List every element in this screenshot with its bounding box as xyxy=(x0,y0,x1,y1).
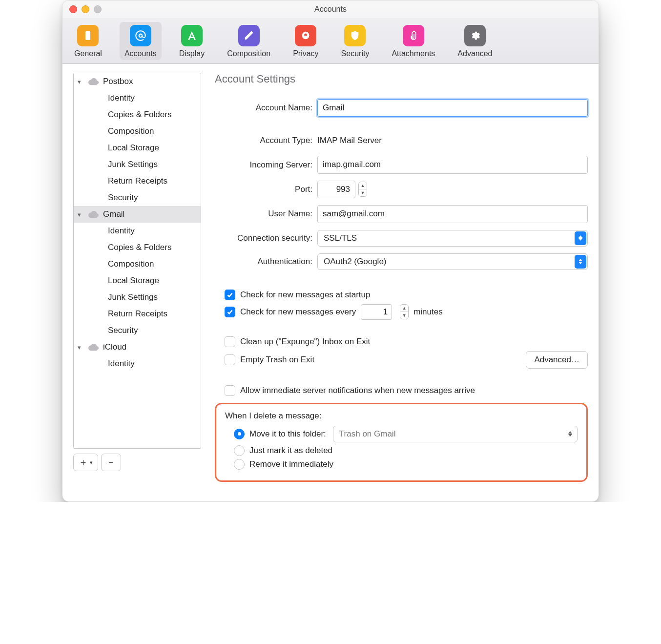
tab-security[interactable]: Security xyxy=(336,22,374,60)
tab-label: Composition xyxy=(227,49,270,58)
svg-rect-0 xyxy=(85,31,90,40)
account-icloud[interactable]: ▾ iCloud xyxy=(74,339,201,355)
sidebar-item-receipts[interactable]: Return Receipts xyxy=(74,306,201,322)
sidebar-item-identity[interactable]: Identity xyxy=(74,90,201,106)
tab-attachments[interactable]: Attachments xyxy=(387,22,440,60)
label-user-name: User Name: xyxy=(215,209,317,219)
tab-label: Accounts xyxy=(124,49,157,58)
sidebar-item-receipts[interactable]: Return Receipts xyxy=(74,173,201,189)
sidebar-item-copies[interactable]: Copies & Folders xyxy=(74,106,201,123)
tab-general[interactable]: General xyxy=(69,22,107,60)
check-startup-checkbox[interactable] xyxy=(225,290,235,300)
tab-composition[interactable]: Composition xyxy=(222,22,275,60)
letter-icon xyxy=(181,25,203,46)
delete-message-group: When I delete a message: Move it to this… xyxy=(215,403,588,482)
sidebar-item-identity[interactable]: Identity xyxy=(74,223,201,239)
cleanup-label: Clean up ("Expunge") Inbox on Exit xyxy=(240,337,370,347)
window-traffic-lights xyxy=(62,5,102,13)
stepper-down-icon[interactable]: ▼ xyxy=(359,189,367,196)
cleanup-checkbox[interactable] xyxy=(225,336,235,347)
connection-security-select[interactable]: SSL/TLS xyxy=(317,230,588,247)
port-input[interactable]: 993 xyxy=(317,181,355,198)
stepper-up-icon[interactable]: ▲ xyxy=(400,305,408,312)
port-stepper[interactable]: ▲ ▼ xyxy=(358,182,367,197)
titlebar: Accounts General Accounts Display xyxy=(62,0,599,64)
window-minimize-button[interactable] xyxy=(82,5,89,13)
incoming-server-input[interactable]: imap.gmail.com xyxy=(317,156,588,173)
sidebar-item-composition[interactable]: Composition xyxy=(74,123,201,140)
check-every-checkbox[interactable] xyxy=(225,307,235,317)
check-every-input[interactable]: 1 xyxy=(361,304,392,320)
select-value: Trash on Gmail xyxy=(339,429,396,439)
check-startup-label: Check for new messages at startup xyxy=(240,290,370,300)
chevron-down-icon: ▾ xyxy=(90,459,93,466)
sidebar-item-junk[interactable]: Junk Settings xyxy=(74,289,201,306)
account-postbox[interactable]: ▾ Postbox xyxy=(74,73,201,90)
sidebar-item-junk[interactable]: Junk Settings xyxy=(74,156,201,173)
sidebar-item-identity[interactable]: Identity xyxy=(74,355,201,372)
stepper-up-icon[interactable]: ▲ xyxy=(359,182,367,189)
accounts-sidebar: ▾ Postbox Identity Copies & Folders Comp… xyxy=(73,73,201,482)
at-icon xyxy=(130,25,151,46)
label-port: Port: xyxy=(215,185,317,194)
delete-mark-radio[interactable] xyxy=(234,445,245,456)
cloud-icon xyxy=(88,343,99,351)
device-icon xyxy=(77,25,99,46)
stepper-down-icon[interactable]: ▼ xyxy=(400,312,408,319)
shield-icon xyxy=(344,25,366,46)
preferences-toolbar: General Accounts Display Composition xyxy=(62,18,599,63)
label-incoming-server: Incoming Server: xyxy=(215,160,317,170)
add-account-button[interactable]: ＋▾ xyxy=(73,454,98,471)
advanced-button[interactable]: Advanced… xyxy=(526,351,588,369)
sidebar-item-copies[interactable]: Copies & Folders xyxy=(74,239,201,256)
authentication-select[interactable]: OAuth2 (Google) xyxy=(317,253,588,270)
sidebar-item-composition[interactable]: Composition xyxy=(74,256,201,272)
account-settings-panel: Account Settings Account Name: Gmail Acc… xyxy=(215,73,588,482)
server-notifications-label: Allow immediate server notifications whe… xyxy=(240,386,475,395)
label-account-type: Account Type: xyxy=(215,136,317,145)
pencil-icon xyxy=(238,25,260,46)
tab-advanced[interactable]: Advanced xyxy=(453,22,497,60)
delete-move-radio[interactable] xyxy=(234,429,245,439)
tab-display[interactable]: Display xyxy=(174,22,209,60)
delete-heading: When I delete a message: xyxy=(225,411,578,421)
empty-trash-label: Empty Trash on Exit xyxy=(240,355,314,365)
tab-label: General xyxy=(74,49,102,58)
account-type-value: IMAP Mail Server xyxy=(317,132,382,149)
chevron-down-icon: ▾ xyxy=(78,344,84,351)
tab-accounts[interactable]: Accounts xyxy=(120,22,162,60)
select-arrows-icon xyxy=(575,255,586,269)
sidebar-item-local-storage[interactable]: Local Storage xyxy=(74,140,201,156)
account-name-input[interactable]: Gmail xyxy=(317,99,588,117)
label-account-name: Account Name: xyxy=(215,103,317,113)
sidebar-item-local-storage[interactable]: Local Storage xyxy=(74,272,201,289)
tab-label: Security xyxy=(341,49,370,58)
select-value: OAuth2 (Google) xyxy=(324,257,387,267)
check-every-label-pre: Check for new messages every xyxy=(240,307,356,317)
sidebar-item-security[interactable]: Security xyxy=(74,189,201,206)
lock-icon xyxy=(295,25,316,46)
sidebar-item-security[interactable]: Security xyxy=(74,322,201,339)
tab-privacy[interactable]: Privacy xyxy=(288,22,323,60)
cloud-icon xyxy=(88,210,99,218)
delete-remove-label: Remove it immediately xyxy=(249,459,333,469)
window-close-button[interactable] xyxy=(69,5,77,13)
delete-remove-radio[interactable] xyxy=(234,459,245,470)
delete-move-label: Move it to this folder: xyxy=(249,429,326,439)
label-connection-security: Connection security: xyxy=(215,233,317,243)
accounts-tree[interactable]: ▾ Postbox Identity Copies & Folders Comp… xyxy=(73,73,201,449)
select-value: SSL/TLS xyxy=(324,233,357,243)
empty-trash-checkbox[interactable] xyxy=(225,354,235,365)
check-every-stepper[interactable]: ▲ ▼ xyxy=(400,304,409,319)
window-title: Accounts xyxy=(62,5,599,14)
account-gmail[interactable]: ▾ Gmail xyxy=(74,206,201,223)
account-name: iCloud xyxy=(103,342,126,352)
remove-account-button[interactable]: － xyxy=(101,454,121,471)
check-every-unit: minutes xyxy=(413,307,443,317)
user-name-input[interactable]: sam@gmail.com xyxy=(317,205,588,223)
gear-icon xyxy=(464,25,486,46)
window-zoom-button[interactable] xyxy=(94,5,102,13)
delete-folder-select[interactable]: Trash on Gmail xyxy=(333,426,578,442)
account-name: Gmail xyxy=(103,209,124,219)
server-notifications-checkbox[interactable] xyxy=(225,385,235,396)
